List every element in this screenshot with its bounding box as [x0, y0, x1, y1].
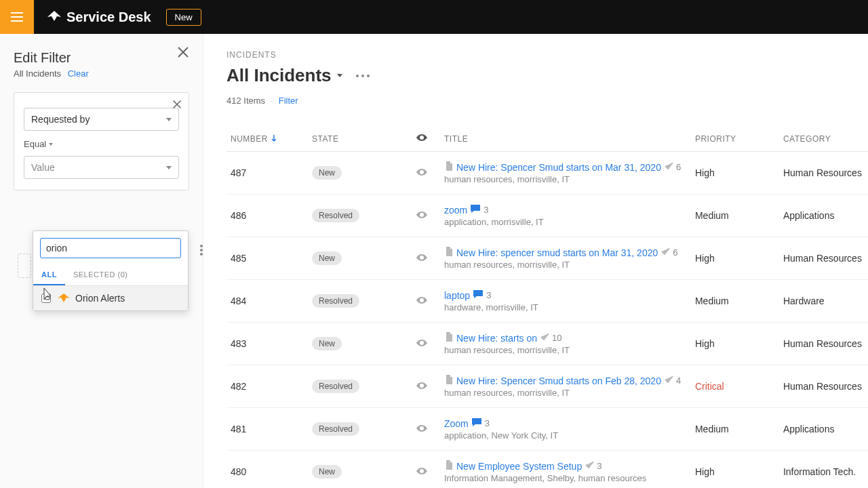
col-state[interactable]: STATE	[308, 126, 403, 152]
cell-priority: Medium	[691, 195, 779, 237]
cell-category: Human Resources	[779, 152, 868, 195]
incident-link[interactable]: New Employee System Setup	[456, 461, 582, 472]
check-icon	[540, 332, 549, 344]
count-badge: 3	[485, 418, 490, 428]
table-row[interactable]: 484Resolvedlaptop3hardware, morrisville,…	[226, 280, 868, 323]
visibility-icon[interactable]	[403, 323, 440, 365]
count-badge: 4	[676, 375, 681, 386]
more-icon[interactable]	[355, 75, 371, 77]
top-bar: Service Desk New	[0, 0, 868, 34]
cell-priority: High	[691, 323, 779, 365]
col-priority[interactable]: PRIORITY	[691, 126, 779, 152]
incident-link[interactable]: New Hire: Spencer Smud starts on Feb 28,…	[456, 375, 661, 386]
sidebar-title: Edit Filter	[14, 50, 189, 66]
document-icon	[444, 332, 454, 344]
visibility-icon[interactable]	[403, 365, 440, 408]
filter-link[interactable]: Filter	[279, 96, 298, 106]
cell-category: Information Tech.	[779, 451, 868, 489]
count-badge: 3	[486, 290, 491, 300]
new-button[interactable]: New	[166, 9, 201, 26]
document-icon	[444, 247, 454, 258]
add-condition-handle[interactable]	[18, 253, 31, 278]
incident-link[interactable]: laptop	[444, 290, 470, 301]
close-icon[interactable]	[177, 46, 189, 60]
cell-number: 482	[226, 365, 308, 408]
remove-filter-icon[interactable]	[172, 100, 182, 111]
option-label: Orion Alerts	[75, 293, 125, 304]
count-badge: 10	[552, 333, 561, 343]
chevron-down-icon	[49, 143, 53, 146]
visibility-icon[interactable]	[403, 280, 440, 323]
tag-list: hardware, morrisville, IT	[444, 302, 687, 312]
dropdown-search-input[interactable]	[40, 238, 181, 258]
cell-priority: Critical	[691, 365, 779, 408]
count-badge: 3	[597, 461, 601, 471]
table-row[interactable]: 483NewNew Hire: starts on10human resourc…	[226, 323, 868, 365]
incident-link[interactable]: New Hire: starts on	[456, 333, 537, 344]
menu-icon[interactable]	[0, 0, 34, 34]
cell-priority: High	[691, 451, 779, 489]
comment-icon	[473, 289, 484, 301]
view-title: All Incidents	[226, 65, 868, 86]
visibility-icon[interactable]	[403, 237, 440, 280]
cell-state: Resolved	[308, 365, 403, 408]
count-badge: 6	[673, 247, 677, 258]
count-badge: 3	[484, 205, 488, 215]
dropdown-option[interactable]: Orion Alerts	[33, 286, 188, 310]
tag-list: Information Management, Shelby, human re…	[444, 473, 687, 483]
table-row[interactable]: 482ResolvedNew Hire: Spencer Smud starts…	[226, 365, 868, 408]
brand-title: Service Desk	[47, 9, 151, 25]
table-row[interactable]: 481ResolvedZoom3application, New York Ci…	[226, 408, 868, 451]
condition-select[interactable]: Equal	[24, 139, 179, 149]
col-category[interactable]: CATEGORY	[779, 126, 868, 152]
cell-category: Applications	[779, 408, 868, 451]
visibility-icon[interactable]	[403, 152, 440, 195]
filter-sidebar: Edit Filter All Incidents Clear Requeste…	[0, 34, 203, 488]
incident-link[interactable]: Zoom	[444, 418, 469, 429]
tag-list: human resources, morrisville, IT	[444, 345, 687, 355]
cell-category: Human Resources	[779, 237, 868, 280]
col-title[interactable]: TITLE	[440, 126, 691, 152]
tag-list: human resources, morrisville, IT	[444, 388, 687, 398]
cell-number: 484	[226, 280, 308, 323]
breadcrumb: INCIDENTS	[226, 50, 868, 60]
check-icon	[664, 375, 673, 386]
incident-link[interactable]: New Hire: spencer smud starts on Mar 31,…	[456, 247, 658, 258]
visibility-icon[interactable]	[403, 195, 440, 237]
cell-number: 480	[226, 451, 308, 489]
tab-selected[interactable]: SELECTED (0)	[65, 265, 136, 285]
value-select[interactable]: Value	[24, 156, 179, 179]
document-icon	[444, 375, 454, 386]
incident-link[interactable]: New Hire: Spencer Smud starts on Mar 31,…	[456, 162, 661, 173]
cell-priority: Medium	[691, 280, 779, 323]
col-visibility[interactable]	[403, 126, 440, 152]
col-number[interactable]: NUMBER	[226, 126, 308, 152]
visibility-icon[interactable]	[403, 451, 440, 489]
field-select[interactable]: Requested by	[24, 108, 179, 131]
visibility-icon[interactable]	[403, 408, 440, 451]
cell-title: New Hire: spencer smud starts on Mar 31,…	[440, 237, 691, 280]
chevron-down-icon	[166, 118, 172, 121]
cell-title: zoom3application, morrisville, IT	[440, 195, 691, 237]
tab-all[interactable]: ALL	[33, 265, 65, 285]
cell-category: Human Resources	[779, 323, 868, 365]
cell-title: Zoom3application, New York City, IT	[440, 408, 691, 451]
cell-title: New Hire: starts on10human resources, mo…	[440, 323, 691, 365]
brand-icon	[47, 11, 61, 23]
cell-state: Resolved	[308, 195, 403, 237]
check-icon	[664, 161, 673, 173]
cell-category: Applications	[779, 195, 868, 237]
table-row[interactable]: 486Resolvedzoom3application, morrisville…	[226, 195, 868, 237]
cell-title: New Hire: Spencer Smud starts on Mar 31,…	[440, 152, 691, 195]
table-row[interactable]: 480NewNew Employee System Setup3Informat…	[226, 451, 868, 489]
view-caret-icon[interactable]	[337, 74, 342, 77]
tag-list: human resources, morrisville, IT	[444, 174, 687, 184]
clear-link[interactable]: Clear	[68, 68, 89, 79]
table-row[interactable]: 487NewNew Hire: Spencer Smud starts on M…	[226, 152, 868, 195]
cell-state: New	[308, 237, 403, 280]
table-row[interactable]: 485NewNew Hire: spencer smud starts on M…	[226, 237, 868, 280]
incident-link[interactable]: zoom	[444, 205, 467, 216]
kebab-icon[interactable]	[200, 243, 203, 257]
tag-list: application, New York City, IT	[444, 430, 687, 441]
cell-category: Human Resources	[779, 365, 868, 408]
